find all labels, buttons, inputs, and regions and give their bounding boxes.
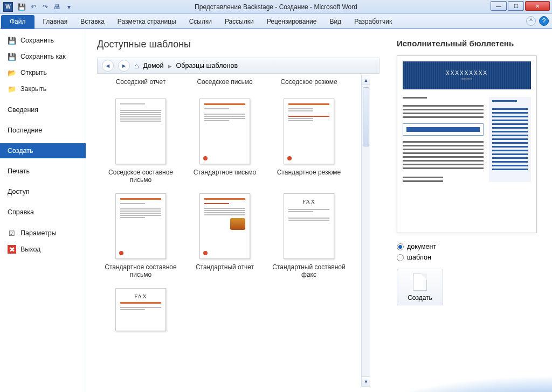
sidebar-item-label: Печать (8, 167, 30, 175)
sidebar-item-options[interactable]: ☑Параметры (0, 225, 86, 241)
template-thumbnail: FAX (115, 288, 166, 331)
sidebar-item-share[interactable]: Доступ (0, 184, 86, 199)
template-item[interactable]: FAX (100, 288, 181, 335)
create-button-label: Создать (408, 294, 432, 302)
tab-references[interactable]: Ссылки (183, 15, 218, 29)
sidebar-item-label: Сведения (8, 106, 38, 114)
chevron-right-icon: ▸ (168, 62, 172, 70)
backstage-view: 💾Сохранить 💾Сохранить как 📂Открыть 📁Закр… (0, 29, 552, 392)
template-thumbnail: FAX (284, 193, 334, 259)
radio-icon (397, 254, 404, 261)
template-item[interactable]: Стандартное письмо (184, 99, 265, 184)
tab-insert[interactable]: Вставка (74, 15, 111, 29)
breadcrumb-home[interactable]: Домой (143, 62, 163, 69)
save-icon[interactable]: 💾 (17, 3, 26, 11)
template-item[interactable]: Стандартное резюме (268, 99, 349, 184)
template-label: Стандартное составное письмо (100, 263, 181, 278)
scroll-up-icon[interactable]: ▲ (362, 75, 370, 85)
help-icon[interactable]: ? (539, 16, 549, 26)
template-label: Соседский отчет (100, 78, 181, 86)
tab-view[interactable]: Вид (323, 15, 348, 29)
tab-pagelayout[interactable]: Разметка страницы (111, 15, 183, 29)
ribbon-minimize-icon[interactable]: ^ (526, 16, 536, 26)
radio-icon (397, 243, 404, 250)
template-label: Стандартный составной факс (268, 263, 349, 278)
template-item[interactable]: Стандартный отчет (184, 193, 265, 278)
templates-panel: Доступные шаблоны ◄ ► ⌂ Домой ▸ Образцы … (86, 29, 390, 392)
sidebar-item-save[interactable]: 💾Сохранить (0, 32, 86, 48)
tab-home[interactable]: Главная (37, 15, 74, 29)
tab-developer[interactable]: Разработчик (348, 15, 398, 29)
sidebar-item-exit[interactable]: ✖Выход (0, 241, 86, 257)
sidebar-item-label: Доступ (8, 188, 30, 195)
template-item[interactable]: Соседское письмо (184, 78, 265, 89)
qat-dropdown-icon[interactable]: ▾ (65, 3, 73, 11)
nav-back-button[interactable]: ◄ (102, 60, 114, 72)
fax-label: FAX (288, 198, 329, 205)
sidebar-item-label: Сохранить как (20, 53, 66, 60)
template-grid: Соседский отчет Соседское письмо Соседск… (97, 74, 370, 346)
template-preview: XXXXXXXXX━━━━ (397, 55, 537, 233)
breadcrumb: ◄ ► ⌂ Домой ▸ Образцы шаблонов (97, 58, 380, 74)
preview-heading-text: XXXXXXXXX (446, 70, 488, 76)
sidebar-item-close[interactable]: 📁Закрыть (0, 81, 86, 97)
fax-label: FAX (120, 293, 161, 299)
template-thumbnail (115, 193, 166, 259)
vertical-scrollbar[interactable]: ▲ ▼ (361, 75, 371, 387)
template-thumbnail (199, 99, 250, 164)
undo-icon[interactable]: ↶ (29, 3, 38, 11)
sidebar-item-print[interactable]: Печать (0, 164, 86, 179)
preview-panel: Исполнительный бюллетень XXXXXXXXX━━━━ (390, 29, 552, 392)
template-label: Стандартный отчет (184, 263, 265, 271)
nav-forward-button[interactable]: ► (118, 60, 130, 72)
sidebar-item-help[interactable]: Справка (0, 205, 86, 220)
window-title: Представление Backstage - Создание - Mic… (0, 3, 552, 11)
template-label: Соседское письмо (184, 78, 265, 86)
scroll-thumb[interactable] (363, 87, 369, 146)
sidebar-item-recent[interactable]: Последние (0, 123, 86, 138)
minimize-button[interactable]: — (491, 1, 507, 11)
sidebar-item-label: Сохранить (20, 37, 54, 44)
sidebar-item-open[interactable]: 📂Открыть (0, 65, 86, 81)
print-icon[interactable]: 🖶 (53, 3, 61, 11)
preview-header: XXXXXXXXX━━━━ (403, 61, 531, 89)
sidebar-item-new[interactable]: Создать (0, 143, 86, 158)
template-item[interactable]: Стандартное составное письмо (100, 193, 181, 278)
template-item[interactable]: Соседский отчет (100, 78, 181, 89)
panel-title: Доступные шаблоны (97, 39, 380, 50)
document-icon (413, 274, 427, 291)
folder-close-icon: 📁 (8, 85, 16, 93)
word-app-icon: W (3, 2, 13, 12)
options-icon: ☑ (8, 229, 16, 237)
close-button[interactable]: ✕ (525, 1, 550, 11)
radio-template[interactable]: шаблон (397, 254, 541, 261)
redo-icon[interactable]: ↷ (41, 3, 50, 11)
template-label: Соседское составное письмо (100, 169, 181, 184)
template-item[interactable]: FAXСтандартный составной факс (268, 193, 349, 278)
template-item[interactable]: Соседское составное письмо (100, 99, 181, 184)
saveas-icon: 💾 (8, 52, 16, 61)
tab-file[interactable]: Файл (1, 15, 34, 29)
template-label: Стандартное резюме (268, 169, 349, 176)
radio-document[interactable]: документ (397, 243, 541, 250)
save-icon: 💾 (8, 36, 16, 45)
template-item[interactable]: Соседское резюме (268, 78, 349, 89)
sidebar-item-saveas[interactable]: 💾Сохранить как (0, 48, 86, 65)
create-button[interactable]: Создать (397, 269, 443, 305)
folder-open-icon: 📂 (8, 68, 16, 77)
maximize-button[interactable]: ☐ (508, 1, 524, 11)
scroll-down-icon[interactable]: ▼ (362, 376, 370, 386)
titlebar: W 💾 ↶ ↷ 🖶 ▾ Представление Backstage - Со… (0, 0, 552, 14)
exit-icon: ✖ (8, 245, 16, 254)
tab-mailings[interactable]: Рассылки (218, 15, 260, 29)
breadcrumb-current[interactable]: Образцы шаблонов (176, 62, 238, 69)
template-label: Стандартное письмо (184, 169, 265, 176)
sidebar-item-label: Создать (8, 147, 33, 155)
sidebar-item-info[interactable]: Сведения (0, 102, 86, 117)
template-thumbnail (199, 193, 250, 259)
sidebar-item-label: Закрыть (20, 85, 46, 93)
tab-review[interactable]: Рецензирование (260, 15, 323, 29)
radio-label: шаблон (407, 254, 431, 261)
home-icon[interactable]: ⌂ (134, 61, 139, 70)
quick-access-toolbar: 💾 ↶ ↷ 🖶 ▾ (17, 3, 73, 11)
